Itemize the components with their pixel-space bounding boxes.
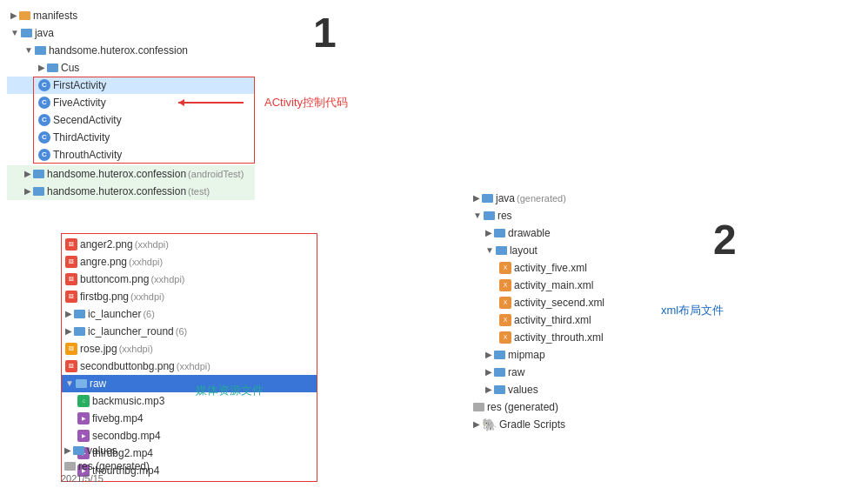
file-buttoncom[interactable]: 🖼 buttoncom.png (xxhdpi) [62, 271, 317, 288]
tree-item-handsome-confession[interactable]: ▼ handsome.huterox.confession [7, 42, 255, 59]
tree-item-manifests[interactable]: ▶ manifests [7, 7, 255, 24]
right-values[interactable]: ▶ values [470, 381, 731, 398]
svg-marker-1 [178, 99, 184, 106]
activity-annotation: ACtivity控制代码 [174, 94, 348, 111]
tree-item-androidtest[interactable]: ▶ handsome.huterox.confession (androidTe… [7, 165, 255, 183]
right-activity-main[interactable]: X activity_main.xml [470, 277, 731, 294]
file-angre[interactable]: 🖼 angre.png (xxhdpi) [62, 253, 317, 271]
media-annotation: 媒体资源文件 [196, 383, 264, 398]
right-drawable[interactable]: ▶ drawable [470, 224, 731, 242]
file-rose[interactable]: 🖼 rose.jpg (xxhdpi) [62, 340, 317, 358]
tree-item-throuth-activity[interactable]: C ThrouthActivity [7, 146, 255, 164]
date-label: 2021/5/15 [61, 473, 103, 484]
annotation-1: 1 [313, 9, 337, 57]
folder-ic-launcher-round[interactable]: ▶ ic_launcher_round (6) [62, 323, 317, 340]
folder-raw-selected[interactable]: ▼ raw [62, 375, 317, 392]
right-gradle-scripts[interactable]: ▶ 🐘 Gradle Scripts [470, 416, 731, 433]
file-fivebg[interactable]: ▶ fivebg.mp4 [62, 410, 317, 427]
right-layout[interactable]: ▼ layout [470, 242, 731, 259]
tree-item-test[interactable]: ▶ handsome.huterox.confession (test) [7, 183, 255, 200]
tree-item-java[interactable]: ▼ java [7, 24, 255, 42]
right-mipmap[interactable]: ▶ mipmap [470, 346, 731, 364]
right-activity-throuth[interactable]: X activity_throuth.xml [470, 329, 731, 346]
tree-item-first-activity[interactable]: C FirstActivity [7, 77, 255, 94]
tree-item-res-generated-left[interactable]: res (generated) [61, 458, 153, 475]
right-activity-five[interactable]: X activity_five.xml [470, 259, 731, 277]
xml-annotation: xml布局文件 [661, 303, 724, 318]
tree-item-secend-activity[interactable]: C SecendActivity [7, 111, 255, 129]
file-anger2[interactable]: 🖼 anger2.png (xxhdpi) [62, 236, 317, 253]
folder-ic-launcher[interactable]: ▶ ic_launcher (6) [62, 305, 317, 323]
file-firstbg[interactable]: 🖼 firstbg.png (xxhdpi) [62, 288, 317, 305]
file-secondbuttonbg[interactable]: 🖼 secondbuttonbg.png (xxhdpi) [62, 358, 317, 375]
tree-item-third-activity[interactable]: C ThirdActivity [7, 129, 255, 146]
right-res-generated[interactable]: res (generated) [470, 398, 731, 416]
right-java-generated[interactable]: ▶ java (generated) [470, 190, 731, 207]
tree-item-cus[interactable]: ▶ Cus [7, 59, 255, 77]
file-backmusic[interactable]: ♫ backmusic.mp3 [62, 392, 317, 410]
tree-item-values-left[interactable]: ▶ values [61, 442, 121, 459]
right-raw[interactable]: ▶ raw [470, 364, 731, 381]
right-res[interactable]: ▼ res [470, 207, 731, 224]
